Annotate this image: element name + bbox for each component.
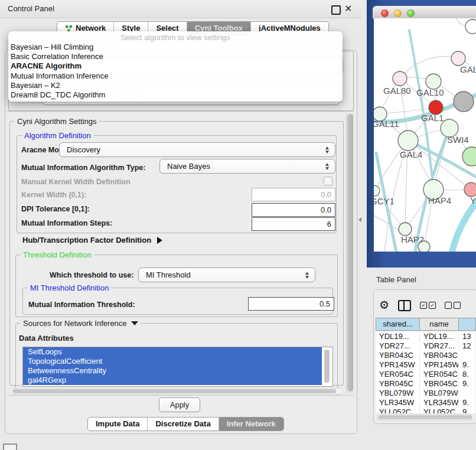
- table-cell: YLL052C: [376, 407, 420, 413]
- apply-button[interactable]: Apply: [159, 397, 200, 412]
- network-node[interactable]: [454, 92, 474, 112]
- column-header-clipped[interactable]: [458, 318, 476, 331]
- tab-impute-data[interactable]: Impute Data: [88, 418, 147, 431]
- horizontal-scrollbar[interactable]: [9, 388, 344, 394]
- which-threshold-label: Which threshold to use:: [50, 271, 133, 279]
- table-cell: YBL079W: [420, 389, 459, 398]
- network-canvas[interactable]: GAL7GAL80GAL10GAL1GAL11SWI4GAL4GCY1HAP4Y…: [374, 18, 476, 252]
- attribute-list-item[interactable]: gal4RGexp: [23, 376, 322, 385]
- algorithm-option[interactable]: Mutual Information Inference: [11, 71, 343, 81]
- network-node[interactable]: [465, 19, 476, 34]
- table-row[interactable]: YLR345WYLR345W9.: [376, 398, 476, 407]
- network-node-y[interactable]: [464, 182, 476, 197]
- table-cell: 13: [459, 332, 476, 341]
- dpi-tolerance-field[interactable]: 0.0: [252, 203, 335, 217]
- algorithm-option[interactable]: ARACNE Algorithm: [11, 61, 343, 71]
- network-node-gal7[interactable]: [451, 51, 465, 66]
- expanded-arrow-icon: [131, 321, 138, 325]
- close-traffic-light[interactable]: [381, 9, 389, 17]
- algorithm-option[interactable]: Basic Correlation Inference: [11, 52, 343, 61]
- tab-discretize-data[interactable]: Discretize Data: [147, 418, 218, 431]
- float-window-icon[interactable]: [331, 5, 341, 15]
- table-cell: 9.: [459, 360, 476, 370]
- deselect-all-columns-icon[interactable]: [445, 302, 461, 309]
- mi-steps-field[interactable]: 6: [252, 217, 335, 231]
- mi-type-combobox[interactable]: Naive Bayes: [159, 159, 335, 174]
- which-threshold-combobox[interactable]: MI Threshold: [138, 268, 315, 282]
- table-row[interactable]: YBL079WYBL079W: [376, 389, 476, 398]
- minimize-traffic-light[interactable]: [394, 9, 402, 17]
- network-node[interactable]: [462, 147, 476, 166]
- network-node[interactable]: [418, 241, 430, 252]
- table-cell: YER054C: [376, 370, 420, 379]
- network-node-gcy1[interactable]: [374, 185, 380, 196]
- popup-placeholder: Select algorithm to view settings: [8, 31, 343, 42]
- list-scrollbar[interactable]: [324, 350, 330, 383]
- table-cell: YDR27...: [420, 341, 459, 351]
- network-edge[interactable]: [452, 198, 476, 252]
- network-node-gal80[interactable]: [393, 71, 407, 86]
- data-attributes-list[interactable]: SelfLoopsTopologicalCoefficientBetweenne…: [22, 347, 333, 387]
- table-horizontal-scrollbar[interactable]: [376, 414, 475, 420]
- hub-definition-expander[interactable]: Hub/Transcription Factor Definition: [22, 236, 162, 244]
- attribute-list-item[interactable]: TopologicalCoefficient: [23, 357, 322, 366]
- table-body: YDL19...YDL19...13YDR27...YDR27...12YBR0…: [376, 332, 476, 413]
- select-all-columns-icon[interactable]: [420, 302, 436, 309]
- table-row[interactable]: YDL19...YDL19...13: [376, 332, 476, 341]
- node-label: SWI4: [447, 135, 469, 145]
- column-header-name[interactable]: name: [419, 318, 459, 331]
- node-label: Y: [470, 195, 476, 206]
- mi-threshold-field[interactable]: 0.5: [248, 297, 334, 311]
- spinner-arrows-icon: [325, 163, 330, 170]
- table-row[interactable]: YPR145WYPR145W9.: [376, 360, 476, 370]
- table-cell: YER054C: [420, 370, 459, 379]
- gear-icon[interactable]: ⚙: [379, 296, 389, 314]
- table-row[interactable]: YBR043CYBR043C: [376, 351, 476, 360]
- table-cell: YBR045C: [420, 379, 459, 389]
- network-node-gal4[interactable]: [398, 131, 418, 151]
- table-row[interactable]: YLL052CYLL052C9.: [376, 407, 476, 413]
- table-cell: 9.: [459, 379, 476, 389]
- panel-divider-handle[interactable]: [358, 217, 361, 222]
- scrollbar-thumb[interactable]: [347, 114, 353, 392]
- vertical-scrollbar[interactable]: [346, 113, 354, 394]
- group-title: Sources for Network Inference: [21, 319, 141, 328]
- scrollbar-thumb[interactable]: [378, 415, 472, 419]
- scrollbar-thumb[interactable]: [12, 389, 336, 393]
- table-cell: YBR043C: [420, 351, 459, 360]
- table-cell: YDL19...: [420, 332, 459, 341]
- table-cell: 9.: [459, 398, 476, 407]
- algorithm-option[interactable]: Bayesian – K2: [11, 81, 343, 90]
- table-cell: YBL079W: [376, 389, 420, 398]
- collapsed-arrow-icon: [157, 237, 162, 244]
- table-row[interactable]: YDR27...YDR27...12: [376, 341, 476, 351]
- column-header-shared-name[interactable]: shared...: [376, 318, 420, 331]
- mi-steps-label: Mutual Information Steps:: [21, 219, 112, 227]
- bottom-tabbar: Impute Data Discretize Data Infer Networ…: [87, 417, 284, 431]
- algorithm-option[interactable]: Bayesian – Hill Climbing: [11, 43, 343, 52]
- table-cell: YBR045C: [376, 379, 420, 389]
- spinner-arrows-icon: [305, 272, 310, 279]
- mi-threshold-label: Mutual Information Threshold:: [28, 301, 135, 309]
- table-cell: [459, 351, 476, 360]
- attribute-list-item[interactable]: SelfLoops: [23, 347, 322, 357]
- network-node-hap2[interactable]: [399, 223, 412, 236]
- zoom-traffic-light[interactable]: [407, 9, 415, 17]
- aracne-mode-combobox[interactable]: Discovery: [59, 142, 335, 157]
- combo-value: MI Threshold: [146, 270, 191, 279]
- tab-infer-network[interactable]: Infer Network: [219, 418, 283, 431]
- node-label: GAL4: [400, 149, 422, 159]
- attribute-list-item[interactable]: BetweennessCentrality: [23, 366, 322, 376]
- columns-icon[interactable]: [398, 300, 411, 311]
- node-label: GAL10: [416, 87, 444, 97]
- kernel-width-field[interactable]: 0.0: [252, 188, 335, 201]
- close-icon[interactable]: ✕: [344, 3, 352, 14]
- minimized-panel-icon[interactable]: [3, 444, 17, 450]
- table-row[interactable]: YBR045CYBR045C9.: [376, 379, 476, 389]
- algorithm-option[interactable]: Dream8 DC_TDC Algorithm: [11, 90, 343, 100]
- table-row[interactable]: YER054CYER054C8.: [376, 370, 476, 379]
- network-window-titlebar[interactable]: [373, 6, 476, 19]
- combo-value: Discovery: [67, 145, 100, 154]
- table-cell: 8.: [459, 370, 476, 379]
- manual-kernel-checkbox[interactable]: [324, 177, 332, 185]
